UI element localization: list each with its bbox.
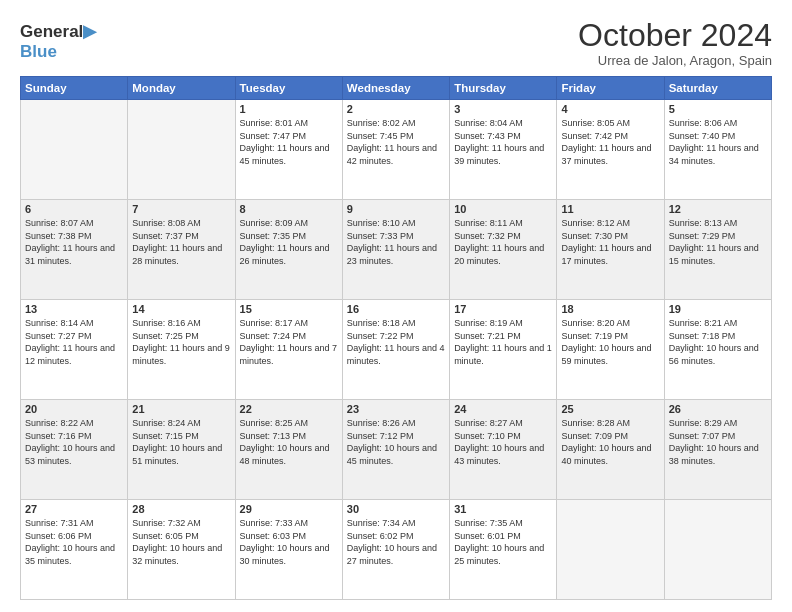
day-info: Sunrise: 8:02 AMSunset: 7:45 PMDaylight:… <box>347 117 445 167</box>
title-block: October 2024 Urrea de Jalon, Aragon, Spa… <box>578 18 772 68</box>
table-cell: 4Sunrise: 8:05 AMSunset: 7:42 PMDaylight… <box>557 100 664 200</box>
table-cell: 13Sunrise: 8:14 AMSunset: 7:27 PMDayligh… <box>21 300 128 400</box>
day-number: 31 <box>454 503 552 515</box>
table-cell: 5Sunrise: 8:06 AMSunset: 7:40 PMDaylight… <box>664 100 771 200</box>
day-info: Sunrise: 8:01 AMSunset: 7:47 PMDaylight:… <box>240 117 338 167</box>
day-number: 9 <box>347 203 445 215</box>
day-info: Sunrise: 8:14 AMSunset: 7:27 PMDaylight:… <box>25 317 123 367</box>
day-info: Sunrise: 8:13 AMSunset: 7:29 PMDaylight:… <box>669 217 767 267</box>
day-info: Sunrise: 8:10 AMSunset: 7:33 PMDaylight:… <box>347 217 445 267</box>
day-info: Sunrise: 8:21 AMSunset: 7:18 PMDaylight:… <box>669 317 767 367</box>
col-tuesday: Tuesday <box>235 77 342 100</box>
table-cell: 10Sunrise: 8:11 AMSunset: 7:32 PMDayligh… <box>450 200 557 300</box>
day-info: Sunrise: 8:26 AMSunset: 7:12 PMDaylight:… <box>347 417 445 467</box>
table-cell: 31Sunrise: 7:35 AMSunset: 6:01 PMDayligh… <box>450 500 557 600</box>
day-info: Sunrise: 8:24 AMSunset: 7:15 PMDaylight:… <box>132 417 230 467</box>
logo-line2: Blue <box>20 42 96 62</box>
table-cell: 30Sunrise: 7:34 AMSunset: 6:02 PMDayligh… <box>342 500 449 600</box>
table-cell <box>21 100 128 200</box>
calendar-table: Sunday Monday Tuesday Wednesday Thursday… <box>20 76 772 600</box>
day-number: 19 <box>669 303 767 315</box>
logo-line1: General▶ <box>20 22 96 42</box>
col-wednesday: Wednesday <box>342 77 449 100</box>
table-cell: 12Sunrise: 8:13 AMSunset: 7:29 PMDayligh… <box>664 200 771 300</box>
day-info: Sunrise: 8:05 AMSunset: 7:42 PMDaylight:… <box>561 117 659 167</box>
day-info: Sunrise: 8:04 AMSunset: 7:43 PMDaylight:… <box>454 117 552 167</box>
table-cell: 24Sunrise: 8:27 AMSunset: 7:10 PMDayligh… <box>450 400 557 500</box>
day-info: Sunrise: 8:28 AMSunset: 7:09 PMDaylight:… <box>561 417 659 467</box>
col-sunday: Sunday <box>21 77 128 100</box>
day-number: 22 <box>240 403 338 415</box>
day-info: Sunrise: 7:31 AMSunset: 6:06 PMDaylight:… <box>25 517 123 567</box>
day-number: 11 <box>561 203 659 215</box>
day-number: 5 <box>669 103 767 115</box>
day-number: 29 <box>240 503 338 515</box>
table-cell: 25Sunrise: 8:28 AMSunset: 7:09 PMDayligh… <box>557 400 664 500</box>
day-info: Sunrise: 7:35 AMSunset: 6:01 PMDaylight:… <box>454 517 552 567</box>
col-thursday: Thursday <box>450 77 557 100</box>
day-info: Sunrise: 7:34 AMSunset: 6:02 PMDaylight:… <box>347 517 445 567</box>
col-saturday: Saturday <box>664 77 771 100</box>
logo: General▶ Blue <box>20 22 96 61</box>
day-number: 18 <box>561 303 659 315</box>
day-info: Sunrise: 8:16 AMSunset: 7:25 PMDaylight:… <box>132 317 230 367</box>
day-info: Sunrise: 7:32 AMSunset: 6:05 PMDaylight:… <box>132 517 230 567</box>
table-cell <box>664 500 771 600</box>
day-number: 30 <box>347 503 445 515</box>
day-info: Sunrise: 8:12 AMSunset: 7:30 PMDaylight:… <box>561 217 659 267</box>
day-number: 14 <box>132 303 230 315</box>
day-info: Sunrise: 8:07 AMSunset: 7:38 PMDaylight:… <box>25 217 123 267</box>
day-info: Sunrise: 8:17 AMSunset: 7:24 PMDaylight:… <box>240 317 338 367</box>
table-cell: 14Sunrise: 8:16 AMSunset: 7:25 PMDayligh… <box>128 300 235 400</box>
table-cell: 15Sunrise: 8:17 AMSunset: 7:24 PMDayligh… <box>235 300 342 400</box>
day-number: 17 <box>454 303 552 315</box>
table-cell: 16Sunrise: 8:18 AMSunset: 7:22 PMDayligh… <box>342 300 449 400</box>
col-friday: Friday <box>557 77 664 100</box>
day-info: Sunrise: 8:22 AMSunset: 7:16 PMDaylight:… <box>25 417 123 467</box>
day-number: 2 <box>347 103 445 115</box>
location: Urrea de Jalon, Aragon, Spain <box>578 53 772 68</box>
day-info: Sunrise: 8:19 AMSunset: 7:21 PMDaylight:… <box>454 317 552 367</box>
table-cell: 27Sunrise: 7:31 AMSunset: 6:06 PMDayligh… <box>21 500 128 600</box>
table-cell: 9Sunrise: 8:10 AMSunset: 7:33 PMDaylight… <box>342 200 449 300</box>
day-info: Sunrise: 8:06 AMSunset: 7:40 PMDaylight:… <box>669 117 767 167</box>
table-cell: 7Sunrise: 8:08 AMSunset: 7:37 PMDaylight… <box>128 200 235 300</box>
day-number: 21 <box>132 403 230 415</box>
day-number: 25 <box>561 403 659 415</box>
day-number: 15 <box>240 303 338 315</box>
table-cell <box>557 500 664 600</box>
table-cell: 3Sunrise: 8:04 AMSunset: 7:43 PMDaylight… <box>450 100 557 200</box>
day-info: Sunrise: 8:27 AMSunset: 7:10 PMDaylight:… <box>454 417 552 467</box>
day-number: 4 <box>561 103 659 115</box>
day-number: 23 <box>347 403 445 415</box>
col-monday: Monday <box>128 77 235 100</box>
day-number: 28 <box>132 503 230 515</box>
table-cell: 11Sunrise: 8:12 AMSunset: 7:30 PMDayligh… <box>557 200 664 300</box>
day-info: Sunrise: 8:25 AMSunset: 7:13 PMDaylight:… <box>240 417 338 467</box>
table-cell: 20Sunrise: 8:22 AMSunset: 7:16 PMDayligh… <box>21 400 128 500</box>
day-info: Sunrise: 8:29 AMSunset: 7:07 PMDaylight:… <box>669 417 767 467</box>
day-number: 6 <box>25 203 123 215</box>
table-cell: 22Sunrise: 8:25 AMSunset: 7:13 PMDayligh… <box>235 400 342 500</box>
table-cell: 6Sunrise: 8:07 AMSunset: 7:38 PMDaylight… <box>21 200 128 300</box>
table-cell: 1Sunrise: 8:01 AMSunset: 7:47 PMDaylight… <box>235 100 342 200</box>
day-number: 1 <box>240 103 338 115</box>
day-number: 27 <box>25 503 123 515</box>
day-number: 8 <box>240 203 338 215</box>
day-number: 12 <box>669 203 767 215</box>
day-number: 20 <box>25 403 123 415</box>
table-cell: 19Sunrise: 8:21 AMSunset: 7:18 PMDayligh… <box>664 300 771 400</box>
day-number: 7 <box>132 203 230 215</box>
table-cell: 21Sunrise: 8:24 AMSunset: 7:15 PMDayligh… <box>128 400 235 500</box>
table-cell <box>128 100 235 200</box>
day-number: 3 <box>454 103 552 115</box>
day-number: 24 <box>454 403 552 415</box>
table-cell: 2Sunrise: 8:02 AMSunset: 7:45 PMDaylight… <box>342 100 449 200</box>
day-number: 26 <box>669 403 767 415</box>
day-info: Sunrise: 7:33 AMSunset: 6:03 PMDaylight:… <box>240 517 338 567</box>
table-cell: 29Sunrise: 7:33 AMSunset: 6:03 PMDayligh… <box>235 500 342 600</box>
table-cell: 8Sunrise: 8:09 AMSunset: 7:35 PMDaylight… <box>235 200 342 300</box>
table-cell: 28Sunrise: 7:32 AMSunset: 6:05 PMDayligh… <box>128 500 235 600</box>
table-cell: 23Sunrise: 8:26 AMSunset: 7:12 PMDayligh… <box>342 400 449 500</box>
day-info: Sunrise: 8:09 AMSunset: 7:35 PMDaylight:… <box>240 217 338 267</box>
